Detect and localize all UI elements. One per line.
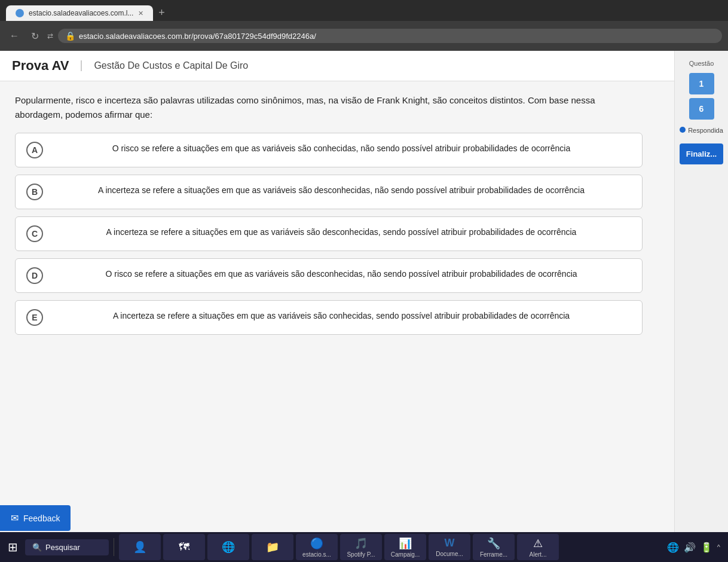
option-b-text: A incerteza se refere a situações em que… [51, 184, 631, 197]
spotify-label: Spotify P... [347, 551, 375, 558]
address-bar[interactable] [79, 32, 715, 41]
search-label: Pesquisar [45, 543, 80, 552]
option-d[interactable]: D O risco se refere a situações em que a… [15, 258, 643, 293]
main-content: Prova AV Gestão De Custos e Capital De G… [0, 51, 728, 532]
tab-label: estacio.saladeavaliacoes.com.l... [29, 9, 133, 17]
tab-bar: estacio.saladeavaliacoes.com.l... ✕ + [0, 0, 728, 21]
volume-icon[interactable]: 🔊 [684, 542, 696, 553]
page-subtitle: Gestão De Custos e Capital De Giro [81, 60, 248, 71]
windows-start-button[interactable]: ⊞ [3, 540, 23, 554]
estacio-icon: 🔵 [310, 537, 323, 550]
feedback-label: Feedback [23, 514, 60, 523]
system-chevron[interactable]: ^ [717, 543, 720, 551]
secure-icon: 🔒 [65, 31, 75, 41]
page-header: Prova AV Gestão De Custos e Capital De G… [0, 51, 674, 81]
taskbar-search-area[interactable]: 🔍 Pesquisar [25, 539, 109, 555]
campaign-icon: 📊 [399, 537, 412, 550]
taskbar-app-browser[interactable]: 🌐 [207, 534, 249, 560]
tools-label: Ferrame... [480, 551, 507, 558]
sidebar-questao-label: Questão [689, 60, 714, 67]
back-button[interactable]: ← [6, 28, 23, 44]
taskbar-app-files[interactable]: 📁 [252, 534, 293, 560]
option-e-label: E [26, 309, 43, 326]
page-title: Prova AV [12, 58, 69, 74]
option-a-text: O risco se refere a situações em que as … [51, 142, 631, 155]
option-a-label: A [26, 142, 43, 158]
taskbar-divider-1 [114, 538, 114, 556]
right-sidebar: Questão 1 6 Respondida Finaliz... [674, 51, 728, 532]
word-label: Docume... [436, 551, 463, 557]
word-icon: W [445, 537, 455, 549]
browser-chrome: ← ↻ ⇄ 🔒 [0, 21, 728, 51]
alert-label: Alert... [530, 551, 547, 558]
taskbar-app-tools[interactable]: 🔧 Ferrame... [473, 534, 515, 560]
taskbar-app-alert[interactable]: ⚠ Alert... [517, 534, 559, 560]
new-tab-button[interactable]: + [153, 4, 170, 21]
option-e-text: A incerteza se refere a situações em que… [51, 309, 631, 322]
globe-icon: 🌐 [222, 540, 235, 554]
refresh-button[interactable]: ↻ [27, 28, 42, 44]
tools-icon: 🔧 [487, 537, 500, 550]
tab-close-button[interactable]: ✕ [138, 10, 143, 17]
question-area: Popularmente, risco e incerteza são pala… [0, 81, 657, 354]
taskbar: ⊞ 🔍 Pesquisar 👤 🗺 🌐 📁 🔵 estacio.s... 🎵 S… [0, 532, 728, 562]
option-b-label: B [26, 184, 43, 200]
page: Prova AV Gestão De Custos e Capital De G… [0, 51, 674, 532]
option-e[interactable]: E A incerteza se refere a situações em q… [15, 300, 643, 335]
option-a[interactable]: A O risco se refere a situações em que a… [15, 133, 643, 167]
profile-icon: 👤 [133, 540, 146, 554]
finalize-button[interactable]: Finaliz... [680, 143, 723, 164]
battery-icon[interactable]: 🔋 [701, 542, 712, 553]
taskbar-app-campaign[interactable]: 📊 Campaig... [384, 534, 426, 560]
option-c-label: C [26, 225, 43, 242]
address-bar-container[interactable]: 🔒 [58, 29, 722, 43]
tab-favicon [16, 9, 24, 17]
option-d-label: D [26, 267, 43, 284]
option-c-text: A incerteza se refere a situações em que… [51, 225, 631, 239]
alert-icon: ⚠ [533, 537, 543, 550]
option-c[interactable]: C A incerteza se refere a situações em q… [15, 216, 643, 251]
taskbar-app-map[interactable]: 🗺 [163, 534, 205, 560]
feedback-icon: ✉ [11, 512, 19, 524]
spotify-icon: 🎵 [354, 537, 368, 550]
question-1-button[interactable]: 1 [689, 73, 714, 94]
responded-dot [680, 127, 686, 133]
network-icon[interactable]: 🌐 [667, 542, 679, 553]
map-icon: 🗺 [179, 541, 189, 554]
taskbar-app-word[interactable]: W Docume... [429, 534, 470, 560]
question-text: Popularmente, risco e incerteza são pala… [15, 93, 643, 122]
feedback-button[interactable]: ✉ Feedback [0, 505, 71, 531]
taskbar-app-spotify[interactable]: 🎵 Spotify P... [340, 534, 382, 560]
estacio-label: estacio.s... [302, 551, 331, 558]
taskbar-app-profile[interactable]: 👤 [119, 534, 161, 560]
search-icon: 🔍 [32, 543, 42, 552]
active-tab[interactable]: estacio.saladeavaliacoes.com.l... ✕ [6, 5, 153, 21]
taskbar-system-area: 🌐 🔊 🔋 ^ [667, 542, 725, 553]
campaign-label: Campaig... [391, 551, 420, 558]
taskbar-app-estacio[interactable]: 🔵 estacio.s... [296, 534, 338, 560]
question-6-button[interactable]: 6 [689, 98, 714, 120]
option-b[interactable]: B A incerteza se refere a situações em q… [15, 175, 643, 209]
folder-icon: 📁 [266, 540, 279, 554]
responded-label: Respondida [680, 127, 723, 134]
option-d-text: O risco se refere a situações em que as … [51, 267, 631, 280]
expand-icon: ⇄ [47, 32, 53, 40]
